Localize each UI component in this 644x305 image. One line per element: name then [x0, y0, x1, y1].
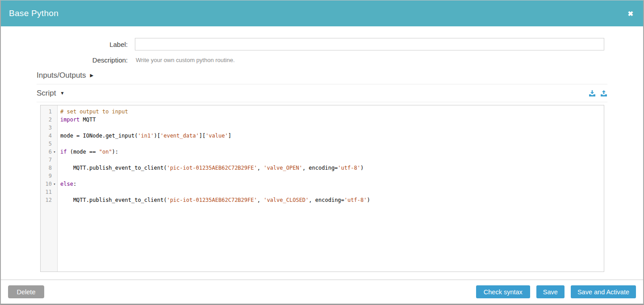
code-token-string: 'in1' [138, 133, 154, 139]
save-button[interactable]: Save [536, 285, 565, 298]
code-line[interactable] [60, 140, 604, 148]
code-token-plain: ) [360, 165, 364, 171]
gutter-line: 8 [41, 164, 57, 172]
code-line[interactable]: import MQTT [60, 116, 604, 124]
dialog-title: Base Python [9, 8, 59, 18]
editor-gutter: 123456▾78910▾1112 [41, 105, 58, 272]
line-number: 3 [49, 124, 52, 132]
code-line[interactable] [60, 124, 604, 132]
code-token-string: 'utf-8' [344, 197, 367, 203]
fold-gutter-spacer [52, 108, 57, 116]
gutter-line: 9 [41, 172, 57, 180]
code-token-string: 'pic-iot-01235AEB62C72B29FE' [167, 197, 257, 203]
code-token-string: 'pic-iot-01235AEB62C72B29FE' [167, 165, 257, 171]
fold-arrow-icon[interactable]: ▾ [52, 180, 57, 188]
description-label: Description: [1, 56, 135, 64]
gutter-line: 4 [41, 132, 57, 140]
code-token-plain: MQTT.publish_event_to_client( [60, 197, 167, 203]
line-number: 1 [49, 108, 52, 116]
fold-gutter-spacer [52, 132, 57, 140]
script-toolbar [589, 90, 607, 97]
inputs-outputs-label: Inputs/Outputs [37, 71, 86, 80]
gutter-line: 5 [41, 140, 57, 148]
code-token-plain: mode = IONode.get_input( [60, 133, 138, 139]
code-token-plain: ) [367, 197, 370, 203]
fold-gutter-spacer [52, 164, 57, 172]
download-script-icon[interactable] [589, 90, 596, 97]
line-number: 2 [49, 116, 52, 124]
code-line[interactable]: mode = IONode.get_input('in1')['event_da… [60, 132, 604, 140]
dialog-header: Base Python ✖ [1, 0, 643, 26]
code-token-string: "on" [99, 149, 112, 155]
code-token-plain: , [257, 165, 263, 171]
code-token-plain: ][ [199, 133, 205, 139]
check-syntax-button[interactable]: Check syntax [476, 285, 530, 298]
gutter-line: 11 [41, 188, 57, 196]
code-token-keyword: import [60, 117, 79, 123]
code-line[interactable] [60, 188, 604, 196]
label-field-label: Label: [1, 41, 135, 48]
script-section-header[interactable]: Script ▼ [37, 89, 607, 102]
line-number: 9 [49, 172, 52, 180]
description-row: Description: Write your own custom pytho… [1, 56, 604, 64]
code-token-plain: (mode == [67, 149, 99, 155]
code-token-plain: : [73, 181, 76, 187]
label-field-row: Label: [1, 38, 604, 50]
gutter-line: 7 [41, 156, 57, 164]
fold-arrow-icon[interactable]: ▾ [52, 148, 57, 156]
close-icon[interactable]: ✖ [626, 8, 635, 19]
code-token-string: 'value' [205, 133, 228, 139]
editor-code[interactable]: # set output to inputimport MQTTmode = I… [58, 105, 604, 272]
line-number: 7 [49, 156, 52, 164]
code-token-plain: , encoding= [309, 197, 344, 203]
label-input[interactable] [135, 38, 604, 50]
code-token-string: 'valve_CLOSED' [263, 197, 309, 203]
line-number: 11 [46, 188, 52, 196]
chevron-down-icon: ▼ [60, 91, 64, 96]
footer-action-group: Check syntax Save Save and Activate [476, 285, 636, 298]
script-label: Script [37, 89, 56, 98]
line-number: 12 [46, 196, 52, 204]
fold-gutter-spacer [52, 140, 57, 148]
code-token-keyword: if [60, 149, 67, 155]
code-line[interactable]: MQTT.publish_event_to_client('pic-iot-01… [60, 164, 604, 172]
fold-gutter-spacer [52, 124, 57, 132]
code-line[interactable]: MQTT.publish_event_to_client('pic-iot-01… [60, 196, 604, 204]
gutter-line: 3 [41, 124, 57, 132]
gutter-line: 12 [41, 196, 57, 204]
inputs-outputs-section-header[interactable]: Inputs/Outputs ▶ [37, 71, 607, 84]
code-token-string: 'valve_OPEN' [263, 165, 302, 171]
fold-gutter-spacer [52, 196, 57, 204]
save-and-activate-button[interactable]: Save and Activate [571, 285, 636, 298]
code-line[interactable]: else: [60, 180, 604, 188]
line-number: 8 [49, 164, 52, 172]
gutter-line: 10▾ [41, 180, 57, 188]
gutter-line: 1 [41, 108, 57, 116]
fold-gutter-spacer [52, 172, 57, 180]
line-number: 6 [49, 148, 52, 156]
code-token-plain: , [257, 197, 263, 203]
line-number: 4 [49, 132, 52, 140]
code-token-keyword: else [60, 181, 73, 187]
code-line[interactable]: # set output to input [60, 108, 604, 116]
code-token-string: 'event_data' [160, 133, 199, 139]
code-token-plain: MQTT.publish_event_to_client( [60, 165, 167, 171]
code-editor[interactable]: 123456▾78910▾1112 # set output to inputi… [40, 105, 604, 272]
fold-gutter-spacer [52, 156, 57, 164]
line-number: 5 [49, 140, 52, 148]
code-token-plain: MQTT [79, 117, 96, 123]
code-line[interactable] [60, 172, 604, 180]
upload-script-icon[interactable] [600, 90, 607, 97]
fold-gutter-spacer [52, 188, 57, 196]
description-text: Write your own custom python routine. [135, 57, 235, 63]
code-token-plain: ): [112, 149, 118, 155]
base-python-dialog: { "header": { "title": "Base Python", "c… [0, 0, 644, 305]
delete-button[interactable]: Delete [8, 285, 44, 298]
collapsible-sections: Inputs/Outputs ▶ Script ▼ [37, 71, 607, 102]
dialog-footer: Delete Check syntax Save Save and Activa… [1, 280, 643, 304]
code-line[interactable]: if (mode == "on"): [60, 148, 604, 156]
code-token-comment: # set output to input [60, 109, 128, 115]
code-line[interactable] [60, 156, 604, 164]
code-token-plain: ] [228, 133, 231, 139]
code-token-plain: , encoding= [302, 165, 338, 171]
